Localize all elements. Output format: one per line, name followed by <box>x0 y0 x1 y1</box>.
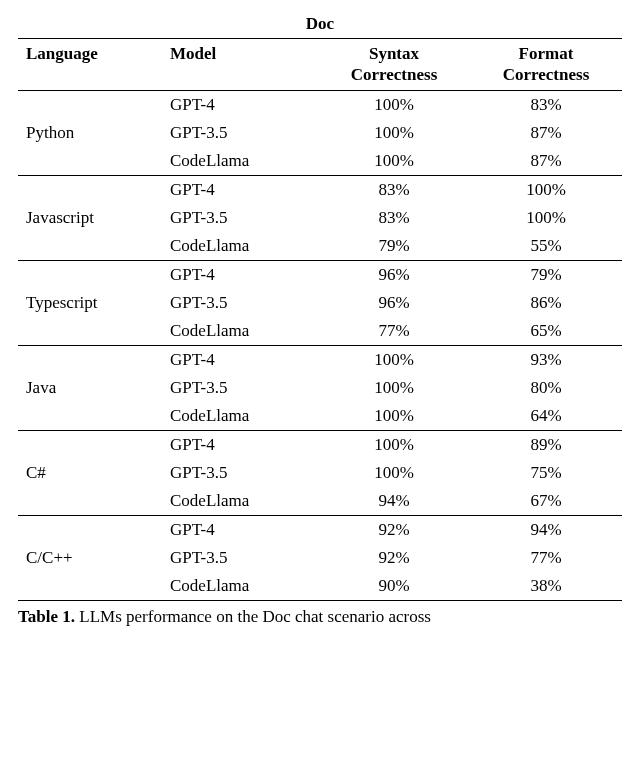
cell-syntax: 94% <box>318 487 470 516</box>
cell-model: CodeLlama <box>162 487 318 516</box>
cell-model: GPT-3.5 <box>162 459 318 487</box>
cell-model: GPT-3.5 <box>162 204 318 232</box>
cell-model: CodeLlama <box>162 402 318 431</box>
cell-language: Javascript <box>18 175 162 260</box>
col-header-syntax-line2: Correctness <box>351 65 438 84</box>
col-header-format: Format Correctness <box>470 39 622 91</box>
cell-model: GPT-3.5 <box>162 544 318 572</box>
cell-language: Python <box>18 90 162 175</box>
cell-model: CodeLlama <box>162 147 318 176</box>
cell-model: GPT-4 <box>162 430 318 459</box>
cell-format: 94% <box>470 515 622 544</box>
cell-format: 87% <box>470 147 622 176</box>
cell-format: 100% <box>470 204 622 232</box>
cell-format: 86% <box>470 289 622 317</box>
cell-syntax: 83% <box>318 175 470 204</box>
col-header-format-line1: Format <box>519 44 574 63</box>
cell-language: Java <box>18 345 162 430</box>
results-table: Doc Language Model Syntax Correctness Fo… <box>18 12 622 601</box>
col-header-syntax-line1: Syntax <box>369 44 419 63</box>
cell-language: C/C++ <box>18 515 162 600</box>
cell-syntax: 100% <box>318 90 470 119</box>
table-row: JavascriptGPT-483%100% <box>18 175 622 204</box>
caption-text: LLMs performance on the Doc chat scenari… <box>75 607 431 626</box>
cell-model: GPT-4 <box>162 90 318 119</box>
table-title-row: Doc <box>18 12 622 39</box>
cell-model: GPT-3.5 <box>162 374 318 402</box>
table-caption: Table 1. LLMs performance on the Doc cha… <box>18 607 622 627</box>
cell-syntax: 83% <box>318 204 470 232</box>
cell-syntax: 90% <box>318 572 470 601</box>
cell-syntax: 96% <box>318 289 470 317</box>
cell-format: 100% <box>470 175 622 204</box>
cell-model: GPT-4 <box>162 345 318 374</box>
caption-label: Table 1. <box>18 607 75 626</box>
cell-format: 87% <box>470 119 622 147</box>
cell-syntax: 96% <box>318 260 470 289</box>
cell-format: 83% <box>470 90 622 119</box>
cell-format: 79% <box>470 260 622 289</box>
cell-syntax: 100% <box>318 430 470 459</box>
cell-format: 55% <box>470 232 622 261</box>
cell-format: 65% <box>470 317 622 346</box>
cell-model: CodeLlama <box>162 317 318 346</box>
cell-model: GPT-3.5 <box>162 289 318 317</box>
cell-syntax: 100% <box>318 147 470 176</box>
cell-syntax: 100% <box>318 345 470 374</box>
col-header-syntax: Syntax Correctness <box>318 39 470 91</box>
cell-syntax: 77% <box>318 317 470 346</box>
cell-format: 75% <box>470 459 622 487</box>
cell-format: 67% <box>470 487 622 516</box>
col-header-format-line2: Correctness <box>503 65 590 84</box>
table-body: PythonGPT-4100%83%GPT-3.5100%87%CodeLlam… <box>18 90 622 600</box>
cell-format: 38% <box>470 572 622 601</box>
table-row: C/C++GPT-492%94% <box>18 515 622 544</box>
cell-model: CodeLlama <box>162 232 318 261</box>
cell-syntax: 79% <box>318 232 470 261</box>
cell-format: 80% <box>470 374 622 402</box>
cell-syntax: 92% <box>318 544 470 572</box>
cell-syntax: 100% <box>318 459 470 487</box>
table-title: Doc <box>18 12 622 39</box>
cell-syntax: 100% <box>318 374 470 402</box>
table-row: C#GPT-4100%89% <box>18 430 622 459</box>
cell-language: C# <box>18 430 162 515</box>
cell-model: CodeLlama <box>162 572 318 601</box>
table-row: PythonGPT-4100%83% <box>18 90 622 119</box>
table-row: TypescriptGPT-496%79% <box>18 260 622 289</box>
cell-syntax: 100% <box>318 402 470 431</box>
col-header-language: Language <box>18 39 162 91</box>
cell-model: GPT-4 <box>162 260 318 289</box>
cell-language: Typescript <box>18 260 162 345</box>
cell-model: GPT-3.5 <box>162 119 318 147</box>
cell-model: GPT-4 <box>162 175 318 204</box>
cell-model: GPT-4 <box>162 515 318 544</box>
cell-format: 89% <box>470 430 622 459</box>
cell-format: 93% <box>470 345 622 374</box>
cell-format: 77% <box>470 544 622 572</box>
cell-syntax: 92% <box>318 515 470 544</box>
cell-syntax: 100% <box>318 119 470 147</box>
cell-format: 64% <box>470 402 622 431</box>
col-header-model: Model <box>162 39 318 91</box>
table-header-row: Language Model Syntax Correctness Format… <box>18 39 622 91</box>
table-row: JavaGPT-4100%93% <box>18 345 622 374</box>
